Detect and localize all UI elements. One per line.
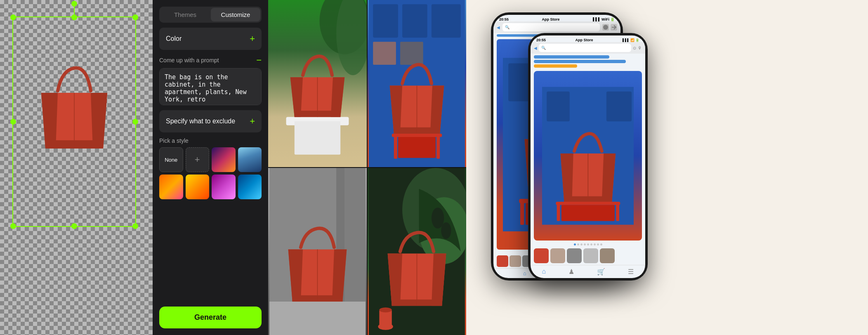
back-phone-store: App Store [542,17,559,21]
front-action-icon-1[interactable]: ⊙ [633,46,636,50]
bag-svg [33,58,116,157]
style-label: Pick a style [159,137,262,144]
handle-top-mid[interactable] [71,14,77,20]
color-section[interactable]: Color + [159,28,262,50]
front-phone-progress-bars [531,54,645,69]
front-progress-bar-blue-1 [534,55,609,59]
front-dot-7 [594,243,596,245]
front-dot-8 [597,243,599,245]
front-dot-5 [587,243,589,245]
svg-rect-9 [432,4,461,38]
color-label: Color [166,35,182,42]
svg-point-25 [432,208,444,229]
handle-bot-mid[interactable] [71,223,77,229]
style-thumb-6 [238,175,262,199]
prompt-collapse-button[interactable]: − [256,55,262,66]
handle-bot-left[interactable] [10,223,16,229]
tab-bar: Themes Customize [159,7,262,23]
photos-panel [268,0,466,335]
front-wifi-icon: 📶 [630,38,634,42]
style-item-none[interactable]: None [159,147,183,172]
photo-bag-3 [268,168,367,335]
prompt-label-text: Come up with a prompt [159,57,219,64]
exclude-expand-button[interactable]: + [250,116,255,127]
color-expand-button[interactable]: + [250,33,255,44]
svg-rect-14 [394,136,397,159]
photo-bag-4 [368,168,466,335]
svg-rect-41 [606,92,632,121]
back-thumb-1[interactable] [497,255,508,267]
back-phone-icon-2[interactable] [611,24,617,31]
style-item-3[interactable] [159,175,183,199]
photo-cell-1[interactable] [268,0,367,167]
front-thumb-1[interactable] [534,248,549,263]
front-phone-search-area: ◀ 🔍 ⊙ 🎙 [531,42,645,54]
front-thumb-4[interactable] [583,248,598,263]
style-grid: None + [159,147,262,199]
photo-cell-2[interactable] [368,0,466,167]
style-item-custom[interactable]: + [186,147,210,172]
front-action-icon-2[interactable]: 🎙 [638,46,642,50]
front-thumb-3[interactable] [567,248,582,263]
front-cart-icon[interactable]: 🛒 [597,268,605,276]
svg-rect-4 [295,121,340,155]
back-phone-icon-1[interactable] [602,24,609,31]
style-item-5[interactable] [212,175,236,199]
front-thumb-2[interactable] [550,248,565,263]
exclude-label: Specify what to exclude [166,118,235,125]
svg-point-26 [441,222,451,239]
back-home-icon[interactable]: ⌂ [523,270,526,276]
front-phone-dots [531,242,645,247]
svg-rect-12 [392,134,442,137]
back-phone-back-btn[interactable]: ◀ [497,25,500,30]
handle-top-right[interactable] [132,14,138,20]
svg-rect-45 [616,203,619,221]
front-search-bar[interactable]: 🔍 [539,44,631,52]
back-phone-search-bar[interactable]: 🔍 [502,23,600,31]
front-back-btn[interactable]: ◀ [534,46,537,50]
svg-rect-36 [520,201,524,225]
svg-rect-43 [561,205,614,221]
svg-rect-7 [373,4,398,38]
svg-rect-42 [556,202,620,205]
back-signal-icon: ▌▌▌ [593,17,601,21]
photo-cell-3[interactable] [268,168,367,335]
handle-mid-left[interactable] [10,119,16,125]
back-thumb-2[interactable] [509,255,521,267]
front-dot-6 [590,243,592,245]
front-profile-icon[interactable]: ♟ [568,268,574,276]
front-phone-main-image[interactable] [534,71,642,241]
handle-top-anchor[interactable] [71,1,77,7]
svg-rect-10 [373,42,396,65]
handle-mid-right[interactable] [132,119,138,125]
style-thumb-1 [212,147,236,172]
front-menu-icon[interactable]: ☰ [628,268,634,276]
style-item-4[interactable] [186,175,210,199]
front-phone-thumb-row [531,247,645,265]
front-thumb-5[interactable] [600,248,615,263]
style-thumb-3 [159,175,183,199]
photo-bag-2 [368,0,466,167]
photo-bag-1 [268,0,367,167]
svg-rect-44 [557,203,560,221]
exclude-section[interactable]: Specify what to exclude + [159,110,262,132]
style-item-6[interactable] [238,175,262,199]
front-phone-bag-svg [542,84,634,228]
style-item-1[interactable] [212,147,236,172]
prompt-textarea[interactable]: The bag is on the cabinet, in the apartm… [159,68,262,105]
style-item-2[interactable] [238,147,262,172]
photo-cell-4[interactable] [368,168,466,335]
front-home-icon[interactable]: ⌂ [542,268,546,276]
tab-customize[interactable]: Customize [211,8,260,21]
handle-bot-right[interactable] [132,223,138,229]
svg-rect-40 [547,92,570,121]
front-dot-1 [574,243,576,245]
handle-top-left[interactable] [10,14,16,20]
phones-panel: 20:55 App Store ▌▌▌ WiFi 🔋 ◀ 🔍 [466,0,868,335]
tab-themes[interactable]: Themes [160,8,210,21]
back-wifi-icon: WiFi [601,17,609,21]
front-signal-icon: ▌▌▌ [623,38,630,42]
prompt-section: Come up with a prompt − The bag is on th… [159,55,262,105]
back-phone-header: ◀ 🔍 [493,21,620,33]
generate-button[interactable]: Generate [159,307,262,328]
